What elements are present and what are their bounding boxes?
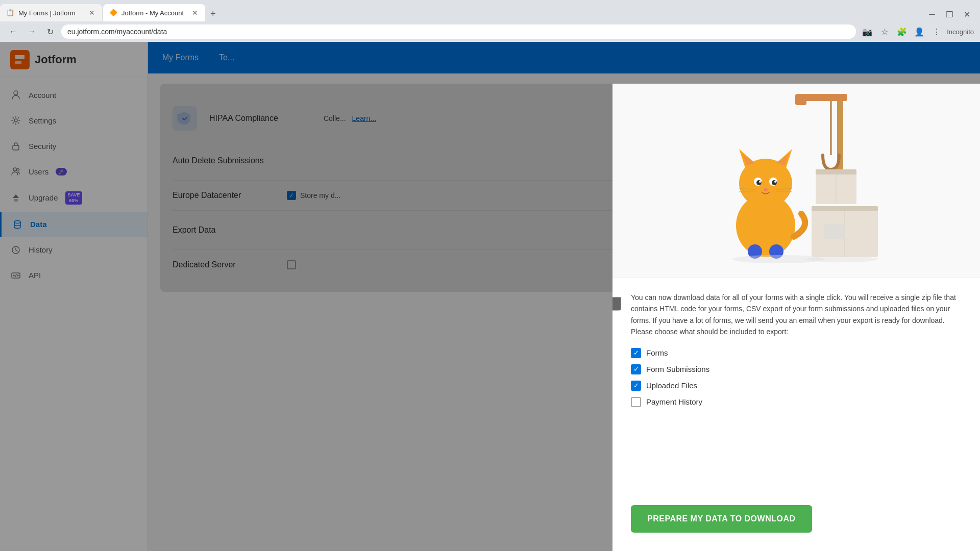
overlay-checkbox-uploaded-files[interactable]: ✓ Uploaded Files xyxy=(631,381,962,391)
browser-chrome: 📋 My Forms | Jotform ✕ 🔶 Jotform - My Ac… xyxy=(0,0,980,42)
forward-button[interactable]: → xyxy=(24,24,39,39)
tab1-favicon: 📋 xyxy=(6,9,14,17)
browser-tab-1[interactable]: 📋 My Forms | Jotform ✕ xyxy=(0,4,102,21)
uploaded-files-checkbox-label: Uploaded Files xyxy=(646,381,697,390)
minimize-button[interactable]: ─ xyxy=(925,7,939,21)
svg-point-40 xyxy=(806,256,878,262)
illustration-svg xyxy=(699,94,893,267)
overlay-illustration xyxy=(612,84,980,278)
overlay-body: You can now download data for all of you… xyxy=(612,278,980,497)
svg-point-30 xyxy=(759,181,761,183)
tab2-title: Jotform - My Account xyxy=(121,9,187,17)
bookmark-icon[interactable]: ☆ xyxy=(877,24,892,39)
tab2-favicon: 🔶 xyxy=(109,9,117,17)
overlay-panel: FEEDBACK xyxy=(612,84,980,551)
overlay-footer: PREPARE MY DATA TO DOWNLOAD xyxy=(612,497,980,551)
svg-point-31 xyxy=(774,181,776,183)
maximize-button[interactable]: ❐ xyxy=(942,7,957,21)
payment-history-checkbox-label: Payment History xyxy=(646,397,702,406)
address-bar: ← → ↻ 📷 ☆ 🧩 👤 ⋮ Incognito xyxy=(0,21,980,42)
profile-icon[interactable]: 👤 xyxy=(912,24,926,39)
overlay-checkbox-forms[interactable]: ✓ Forms xyxy=(631,348,962,358)
reload-button[interactable]: ↻ xyxy=(43,24,57,39)
new-tab-button[interactable]: + xyxy=(206,7,220,21)
payment-history-uncheck-icon xyxy=(631,397,641,407)
feedback-tab[interactable]: FEEDBACK xyxy=(612,297,621,310)
tab1-close-icon[interactable]: ✕ xyxy=(88,8,96,18)
forms-check-icon: ✓ xyxy=(631,348,641,358)
app-container: Jotform Account Settings xyxy=(0,42,980,551)
svg-rect-15 xyxy=(795,94,806,105)
extensions-icon[interactable]: 🧩 xyxy=(895,24,909,39)
form-submissions-checkbox-label: Form Submissions xyxy=(646,365,709,373)
address-input[interactable] xyxy=(61,24,856,39)
svg-rect-14 xyxy=(801,94,847,101)
forms-checkbox-label: Forms xyxy=(646,348,668,357)
menu-icon[interactable]: ⋮ xyxy=(929,24,944,39)
incognito-label: Incognito xyxy=(947,28,974,36)
tab2-close-icon[interactable]: ✕ xyxy=(191,8,199,18)
overlay-checkbox-payment-history[interactable]: Payment History xyxy=(631,397,962,407)
browser-tab-2[interactable]: 🔶 Jotform - My Account ✕ xyxy=(103,4,205,21)
tab-bar: 📋 My Forms | Jotform ✕ 🔶 Jotform - My Ac… xyxy=(0,0,980,21)
overlay-description: You can now download data for all of you… xyxy=(631,292,962,338)
back-button[interactable]: ← xyxy=(6,24,20,39)
form-submissions-check-icon: ✓ xyxy=(631,364,641,374)
svg-point-28 xyxy=(756,180,762,185)
prepare-download-button[interactable]: PREPARE MY DATA TO DOWNLOAD xyxy=(631,505,812,533)
uploaded-files-check-icon: ✓ xyxy=(631,381,641,391)
overlay-checkboxes: ✓ Forms ✓ Form Submissions ✓ Uploaded Fi… xyxy=(631,348,962,407)
svg-rect-12 xyxy=(824,224,845,239)
browser-actions: 📷 ☆ 🧩 👤 ⋮ Incognito xyxy=(860,24,974,39)
close-window-button[interactable]: ✕ xyxy=(960,7,974,21)
svg-point-29 xyxy=(772,180,777,185)
tab1-title: My Forms | Jotform xyxy=(18,9,84,17)
camera-off-icon[interactable]: 📷 xyxy=(860,24,874,39)
svg-point-32 xyxy=(764,188,768,191)
overlay-checkbox-form-submissions[interactable]: ✓ Form Submissions xyxy=(631,364,962,374)
